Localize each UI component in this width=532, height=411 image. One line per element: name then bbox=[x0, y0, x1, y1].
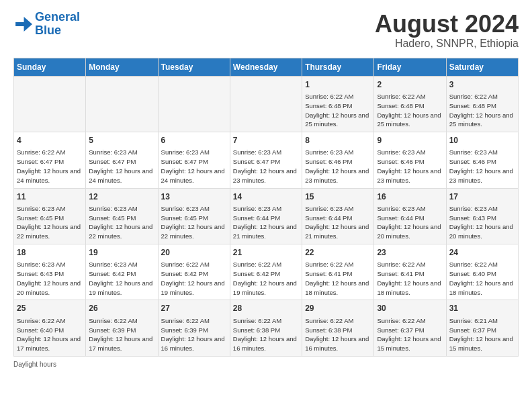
header: General Blue August 2024 Hadero, SNNPR, … bbox=[13, 11, 519, 50]
sunrise: Sunrise: 6:23 AM bbox=[449, 148, 498, 156]
daylight: Daylight: 12 hours and 24 minutes. bbox=[89, 167, 152, 184]
calendar-cell: 17Sunrise: 6:23 AMSunset: 6:43 PMDayligh… bbox=[446, 188, 518, 244]
sunrise: Sunrise: 6:22 AM bbox=[17, 317, 65, 324]
calendar-cell bbox=[86, 76, 158, 132]
col-sunday: Sunday bbox=[14, 58, 86, 76]
sunset: Sunset: 6:46 PM bbox=[305, 158, 352, 165]
calendar-row-1: 4Sunrise: 6:22 AMSunset: 6:47 PMDaylight… bbox=[14, 132, 519, 188]
day-number: 16 bbox=[377, 191, 443, 203]
sunset: Sunset: 6:48 PM bbox=[377, 102, 424, 109]
daylight: Daylight: 12 hours and 20 minutes. bbox=[449, 223, 513, 240]
daylight: Daylight: 12 hours and 25 minutes. bbox=[449, 111, 513, 128]
sunrise: Sunrise: 6:23 AM bbox=[305, 148, 353, 156]
calendar-row-3: 18Sunrise: 6:23 AMSunset: 6:43 PMDayligh… bbox=[14, 244, 519, 300]
sunrise: Sunrise: 6:22 AM bbox=[377, 261, 425, 268]
sunset: Sunset: 6:45 PM bbox=[89, 214, 136, 222]
sunrise: Sunrise: 6:22 AM bbox=[161, 317, 210, 324]
day-number: 7 bbox=[233, 135, 299, 146]
sunset: Sunset: 6:45 PM bbox=[17, 214, 64, 222]
sunrise: Sunrise: 6:22 AM bbox=[305, 317, 353, 324]
sunset: Sunset: 6:48 PM bbox=[449, 102, 496, 109]
day-number: 31 bbox=[449, 303, 515, 314]
day-number: 9 bbox=[377, 135, 443, 146]
day-number: 3 bbox=[449, 79, 515, 91]
calendar-cell: 21Sunrise: 6:22 AMSunset: 6:42 PMDayligh… bbox=[230, 244, 302, 300]
sunset: Sunset: 6:41 PM bbox=[305, 270, 352, 277]
day-number: 19 bbox=[89, 247, 154, 259]
day-number: 26 bbox=[89, 303, 154, 314]
sunrise: Sunrise: 6:23 AM bbox=[305, 205, 353, 212]
sunrise: Sunrise: 6:22 AM bbox=[377, 317, 425, 324]
day-number: 8 bbox=[305, 135, 371, 146]
sunrise: Sunrise: 6:22 AM bbox=[233, 261, 281, 268]
col-monday: Monday bbox=[86, 58, 158, 76]
calendar-cell: 1Sunrise: 6:22 AMSunset: 6:48 PMDaylight… bbox=[302, 76, 374, 132]
sunset: Sunset: 6:42 PM bbox=[161, 270, 208, 277]
calendar-cell: 14Sunrise: 6:23 AMSunset: 6:44 PMDayligh… bbox=[230, 188, 302, 244]
daylight: Daylight: 12 hours and 22 minutes. bbox=[89, 223, 152, 240]
sunset: Sunset: 6:39 PM bbox=[161, 326, 208, 334]
col-thursday: Thursday bbox=[302, 58, 374, 76]
daylight: Daylight: 12 hours and 18 minutes. bbox=[377, 279, 441, 296]
sunset: Sunset: 6:47 PM bbox=[17, 158, 64, 165]
sunrise: Sunrise: 6:23 AM bbox=[161, 205, 210, 212]
day-number: 2 bbox=[377, 79, 443, 91]
daylight: Daylight: 12 hours and 16 minutes. bbox=[161, 335, 225, 352]
calendar-cell: 4Sunrise: 6:22 AMSunset: 6:47 PMDaylight… bbox=[14, 132, 86, 188]
daylight: Daylight: 12 hours and 23 minutes. bbox=[449, 167, 513, 184]
daylight: Daylight: 12 hours and 16 minutes. bbox=[233, 335, 297, 352]
calendar-cell: 20Sunrise: 6:22 AMSunset: 6:42 PMDayligh… bbox=[158, 244, 230, 300]
sunrise: Sunrise: 6:23 AM bbox=[17, 205, 65, 212]
sunset: Sunset: 6:46 PM bbox=[377, 158, 424, 165]
daylight: Daylight: 12 hours and 15 minutes. bbox=[377, 335, 441, 352]
sunset: Sunset: 6:44 PM bbox=[305, 214, 352, 222]
sunset: Sunset: 6:39 PM bbox=[89, 326, 136, 334]
calendar-cell: 19Sunrise: 6:23 AMSunset: 6:42 PMDayligh… bbox=[86, 244, 158, 300]
sunrise: Sunrise: 6:23 AM bbox=[89, 148, 137, 156]
daylight: Daylight: 12 hours and 23 minutes. bbox=[305, 167, 369, 184]
sunset: Sunset: 6:38 PM bbox=[233, 326, 280, 334]
footer-label: Daylight hours bbox=[13, 361, 56, 368]
daylight: Daylight: 12 hours and 18 minutes. bbox=[305, 279, 369, 296]
day-number: 6 bbox=[161, 135, 227, 146]
logo-line2: Blue bbox=[35, 24, 61, 37]
col-tuesday: Tuesday bbox=[158, 58, 230, 76]
sunset: Sunset: 6:45 PM bbox=[161, 214, 208, 222]
day-number: 17 bbox=[449, 191, 515, 203]
sunset: Sunset: 6:46 PM bbox=[449, 158, 496, 165]
calendar-cell: 23Sunrise: 6:22 AMSunset: 6:41 PMDayligh… bbox=[374, 244, 446, 300]
day-number: 21 bbox=[233, 247, 299, 259]
day-number: 12 bbox=[89, 191, 154, 203]
day-number: 11 bbox=[17, 191, 83, 203]
calendar-cell: 2Sunrise: 6:22 AMSunset: 6:48 PMDaylight… bbox=[374, 76, 446, 132]
day-number: 1 bbox=[305, 79, 371, 91]
daylight: Daylight: 12 hours and 23 minutes. bbox=[233, 167, 297, 184]
sunrise: Sunrise: 6:23 AM bbox=[449, 205, 498, 212]
sunset: Sunset: 6:38 PM bbox=[305, 326, 352, 334]
sunset: Sunset: 6:42 PM bbox=[233, 270, 280, 277]
sunrise: Sunrise: 6:22 AM bbox=[377, 93, 425, 100]
sunrise: Sunrise: 6:23 AM bbox=[233, 148, 281, 156]
daylight: Daylight: 12 hours and 15 minutes. bbox=[449, 335, 513, 352]
day-number: 27 bbox=[161, 303, 227, 314]
daylight: Daylight: 12 hours and 16 minutes. bbox=[305, 335, 369, 352]
daylight: Daylight: 12 hours and 24 minutes. bbox=[161, 167, 225, 184]
day-number: 29 bbox=[305, 303, 371, 314]
daylight: Daylight: 12 hours and 21 minutes. bbox=[305, 223, 369, 240]
main-title: August 2024 bbox=[375, 11, 519, 38]
sunrise: Sunrise: 6:23 AM bbox=[89, 261, 137, 268]
day-number: 18 bbox=[17, 247, 83, 259]
sunset: Sunset: 6:47 PM bbox=[89, 158, 136, 165]
sunrise: Sunrise: 6:22 AM bbox=[161, 261, 210, 268]
daylight: Daylight: 12 hours and 20 minutes. bbox=[377, 223, 441, 240]
sunset: Sunset: 6:43 PM bbox=[449, 214, 496, 222]
calendar-table: Sunday Monday Tuesday Wednesday Thursday… bbox=[13, 58, 519, 357]
title-block: August 2024 Hadero, SNNPR, Ethiopia bbox=[375, 11, 519, 50]
sunrise: Sunrise: 6:23 AM bbox=[377, 148, 425, 156]
calendar-cell bbox=[158, 76, 230, 132]
calendar-cell: 9Sunrise: 6:23 AMSunset: 6:46 PMDaylight… bbox=[374, 132, 446, 188]
calendar-cell bbox=[14, 76, 86, 132]
daylight: Daylight: 12 hours and 25 minutes. bbox=[377, 111, 441, 128]
sunrise: Sunrise: 6:23 AM bbox=[233, 205, 281, 212]
calendar-cell: 12Sunrise: 6:23 AMSunset: 6:45 PMDayligh… bbox=[86, 188, 158, 244]
